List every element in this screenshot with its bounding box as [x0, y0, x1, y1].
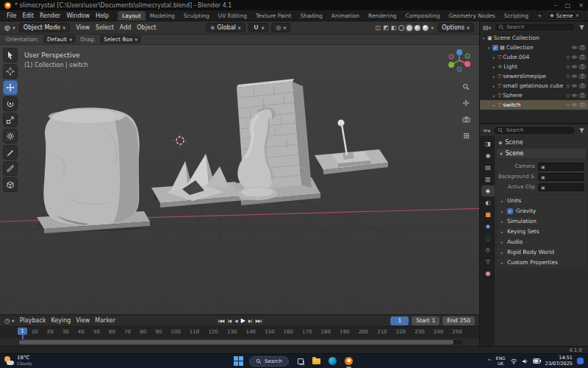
frame-start-field[interactable]: Start 1: [412, 316, 440, 325]
taskbar-app-task-view[interactable]: [295, 355, 306, 367]
properties-tab-constraints[interactable]: ◇: [481, 244, 495, 255]
outliner-row-switch[interactable]: ▸▽switch▽: [480, 100, 588, 110]
timeline-menu-playback[interactable]: Playback: [20, 317, 46, 324]
menu-window[interactable]: Window: [63, 13, 93, 19]
viewport-menu-view[interactable]: View: [74, 24, 92, 31]
camera-view-icon[interactable]: [462, 116, 470, 124]
viewport-menu-select[interactable]: Select: [93, 24, 116, 31]
scene-panel-header[interactable]: ▼ Scene: [497, 149, 586, 158]
disclosure-icon[interactable]: ▸: [492, 93, 496, 98]
properties-tab-material[interactable]: ●: [481, 268, 495, 279]
expand-icon[interactable]: ▸: [500, 250, 504, 255]
collection-checkbox[interactable]: ✓: [492, 45, 498, 51]
shading-material-icon[interactable]: [415, 25, 420, 31]
disable-render-icon[interactable]: [579, 44, 586, 51]
scene-selector[interactable]: ◈ Scene ×: [546, 11, 583, 20]
outliner-editor-type-button[interactable]: ▤▼: [483, 24, 491, 31]
tool-move[interactable]: [3, 80, 18, 95]
menu-help[interactable]: Help: [93, 13, 112, 19]
hide-eye-icon[interactable]: [571, 82, 578, 89]
expand-icon[interactable]: ▸: [500, 230, 504, 234]
volume-icon[interactable]: [522, 358, 528, 364]
tool-rotate[interactable]: [3, 96, 18, 111]
disable-render-icon[interactable]: [579, 92, 586, 99]
shading-wireframe-icon[interactable]: [398, 25, 404, 31]
workspace-tab-animation[interactable]: Animation: [327, 11, 364, 21]
outliner-row-sewerslimepipe[interactable]: ▸▽sewerslimepipe▽: [480, 71, 588, 81]
jump-to-prev-keyframe-button[interactable]: |◀: [227, 318, 231, 323]
section-simulation[interactable]: ▸Simulation: [497, 216, 586, 226]
properties-search-input[interactable]: Search: [493, 126, 576, 135]
hide-eye-icon[interactable]: [571, 63, 578, 70]
toggle-ortho-icon[interactable]: ⊞: [463, 132, 469, 140]
section-rigid-body-world[interactable]: ▸Rigid Body World: [497, 247, 586, 257]
viewport-menu-object[interactable]: Object: [135, 24, 158, 31]
workspace-tab-shading[interactable]: Shading: [295, 11, 326, 21]
filter-icon[interactable]: [578, 24, 585, 31]
disclosure-icon[interactable]: ▸: [492, 84, 496, 88]
viewport-3d[interactable]: User Perspective (1) Collection | switch: [0, 45, 479, 314]
expand-icon[interactable]: ▸: [500, 199, 504, 203]
viewport-canvas[interactable]: [0, 45, 479, 314]
disclosure-icon[interactable]: ▾: [481, 36, 486, 40]
tool-annotate[interactable]: [3, 145, 18, 160]
tool-select-box[interactable]: [3, 48, 18, 63]
weather-widget[interactable]: 18°C Cloudy: [4, 355, 32, 366]
jump-to-end-button[interactable]: ▶▶|: [255, 318, 261, 323]
current-frame-field[interactable]: 1: [390, 316, 409, 325]
navigation-gizmo[interactable]: [445, 46, 473, 77]
field-camera[interactable]: ▣: [538, 163, 584, 171]
properties-tab-physics[interactable]: ◌: [481, 233, 495, 244]
tool-scale[interactable]: [3, 113, 18, 127]
taskbar-search[interactable]: Search: [249, 356, 289, 367]
tray-chevron-icon[interactable]: ^: [487, 358, 492, 364]
properties-tab-modifiers[interactable]: ◆: [481, 221, 495, 232]
viewport-menu-add[interactable]: Add: [118, 24, 134, 31]
language-indicator[interactable]: ENG UK: [496, 356, 506, 366]
taskbar-app-edge[interactable]: [327, 355, 338, 367]
zoom-icon[interactable]: [462, 83, 470, 91]
filter-icon[interactable]: [578, 127, 585, 134]
tool-transform[interactable]: [3, 129, 18, 144]
outliner-row-sphere[interactable]: ▸▽Sphere▽: [480, 91, 588, 100]
timeline-ruler[interactable]: 1 01020304050607080901001101201301401501…: [0, 326, 479, 339]
workspace-tab-modeling[interactable]: Modeling: [146, 11, 179, 21]
properties-tab-object-data[interactable]: ▽: [481, 256, 495, 267]
disclosure-icon[interactable]: ▸: [492, 103, 496, 107]
proportional-edit-dropdown[interactable]: ◎ ▼: [271, 23, 290, 32]
expand-icon[interactable]: ▸: [500, 209, 504, 213]
jump-to-next-keyframe-button[interactable]: ▶|: [248, 318, 252, 323]
show-gizmo-icon[interactable]: ◫: [376, 24, 381, 31]
transform-orientation-dropdown[interactable]: ⊕ Global ▼: [206, 23, 245, 32]
timeline-scrollbar[interactable]: [0, 339, 479, 346]
clock[interactable]: 14:51 23/07/2025: [545, 355, 573, 367]
properties-tab-tool[interactable]: ◨: [481, 138, 495, 149]
jump-to-start-button[interactable]: |◀◀: [218, 318, 223, 323]
options-dropdown[interactable]: Options ▼: [437, 23, 474, 32]
timeline-menu-marker[interactable]: Marker: [95, 317, 115, 324]
taskbar-app-blender[interactable]: [343, 355, 354, 367]
workspace-tab-texture-paint[interactable]: Texture Paint: [251, 11, 295, 21]
timeline-menu-keying[interactable]: Keying: [51, 317, 71, 324]
overlays-icon[interactable]: ◩: [383, 24, 389, 31]
section-audio[interactable]: ▸Audio: [497, 237, 586, 247]
section-custom-properties[interactable]: ▸Custom Properties: [497, 258, 586, 267]
hide-eye-icon[interactable]: [571, 54, 578, 60]
disable-render-icon[interactable]: [579, 73, 586, 79]
close-button[interactable]: ×: [578, 2, 584, 9]
tool-add-cube[interactable]: [3, 177, 18, 192]
timeline-editor-type-button[interactable]: ◷ ▼: [4, 317, 15, 325]
properties-tab-view-layer[interactable]: ▥: [481, 174, 495, 185]
wifi-icon[interactable]: [510, 358, 517, 364]
workspace-tab-compositing[interactable]: Compositing: [401, 11, 444, 21]
section-checkbox[interactable]: ✓: [507, 208, 513, 214]
expand-icon[interactable]: ▸: [500, 240, 504, 244]
timeline-menu-view[interactable]: View: [76, 317, 90, 324]
section-gravity[interactable]: ▸✓Gravity: [497, 206, 586, 216]
outliner-search-input[interactable]: Search: [494, 23, 576, 32]
section-units[interactable]: ▸Units: [497, 196, 586, 205]
tool-cursor[interactable]: [3, 64, 18, 79]
outliner-row-collection[interactable]: ▾✓▤Collection: [480, 43, 588, 52]
orientation-setting-dropdown[interactable]: Default ▼: [43, 35, 76, 43]
start-button[interactable]: [234, 356, 243, 366]
